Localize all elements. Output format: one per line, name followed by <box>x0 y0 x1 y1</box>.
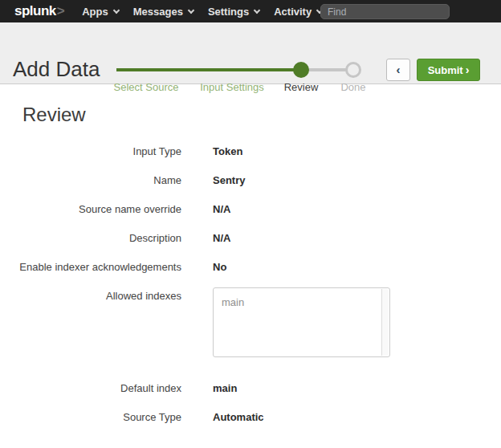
chevron-down-icon <box>112 6 119 13</box>
splunk-logo[interactable]: splunk> <box>14 3 64 19</box>
field-row-input-type: Input Type Token <box>0 145 501 157</box>
field-row-allowed-indexes: Allowed indexes main <box>0 290 501 357</box>
page-title: Add Data <box>13 57 100 82</box>
back-button[interactable]: ‹ <box>386 59 410 81</box>
step-dot-review <box>293 62 309 78</box>
field-row-indexer-ack: Enable indexer acknowledgements No <box>0 261 501 273</box>
field-row-default-index: Default index main <box>0 382 501 394</box>
field-label: Allowed indexes <box>0 290 181 302</box>
field-value: N/A <box>213 232 230 244</box>
top-nav-menus: Apps Messages Settings Activity <box>75 0 329 22</box>
review-panel: Review Input Type Token Name Sentry Sour… <box>0 84 501 440</box>
chevron-left-icon: ‹ <box>397 63 401 76</box>
chevron-right-icon: › <box>466 63 470 76</box>
field-label: Name <box>0 174 181 186</box>
menu-apps[interactable]: Apps <box>75 0 126 22</box>
splunk-logo-chevron: > <box>57 3 64 18</box>
field-row-source-name-override: Source name override N/A <box>0 203 501 215</box>
menu-settings[interactable]: Settings <box>201 0 267 22</box>
progress-line-completed <box>116 68 301 71</box>
submit-button-label: Submit <box>428 64 463 76</box>
field-label: Source name override <box>0 203 181 215</box>
splunk-logo-text: splunk <box>14 3 56 18</box>
field-row-source-type: Source Type Automatic <box>0 411 501 423</box>
review-form: Input Type Token Name Sentry Source name… <box>0 145 501 423</box>
scrollbar-track[interactable] <box>381 289 389 356</box>
field-value: N/A <box>213 203 230 215</box>
listbox-item: main <box>222 296 244 308</box>
menu-messages-label: Messages <box>133 6 183 18</box>
chevron-down-icon <box>254 6 260 13</box>
find-input[interactable] <box>320 4 450 19</box>
field-value: Sentry <box>213 174 245 186</box>
field-label: Enable indexer acknowledgements <box>0 261 181 273</box>
field-value: No <box>213 261 226 273</box>
field-row-description: Description N/A <box>0 232 501 244</box>
allowed-indexes-listbox[interactable]: main <box>213 287 390 357</box>
step-dot-done <box>345 62 361 78</box>
field-label: Input Type <box>0 145 181 157</box>
field-value: Token <box>213 145 242 157</box>
field-value: main <box>213 382 237 394</box>
field-label: Description <box>0 232 181 244</box>
wizard-header: Add Data Select Source Input Settings Re… <box>0 22 501 84</box>
chevron-down-icon <box>188 6 194 13</box>
field-label: Source Type <box>0 411 181 423</box>
field-value: Automatic <box>213 411 264 423</box>
field-row-name: Name Sentry <box>0 174 501 186</box>
menu-messages[interactable]: Messages <box>126 0 201 22</box>
review-heading: Review <box>22 104 501 126</box>
submit-button[interactable]: Submit› <box>417 59 480 81</box>
menu-activity-label: Activity <box>274 6 312 18</box>
menu-apps-label: Apps <box>82 6 108 18</box>
field-label: Default index <box>0 382 181 394</box>
top-nav-bar: splunk> Apps Messages Settings Activity <box>0 0 501 22</box>
menu-settings-label: Settings <box>208 6 249 18</box>
